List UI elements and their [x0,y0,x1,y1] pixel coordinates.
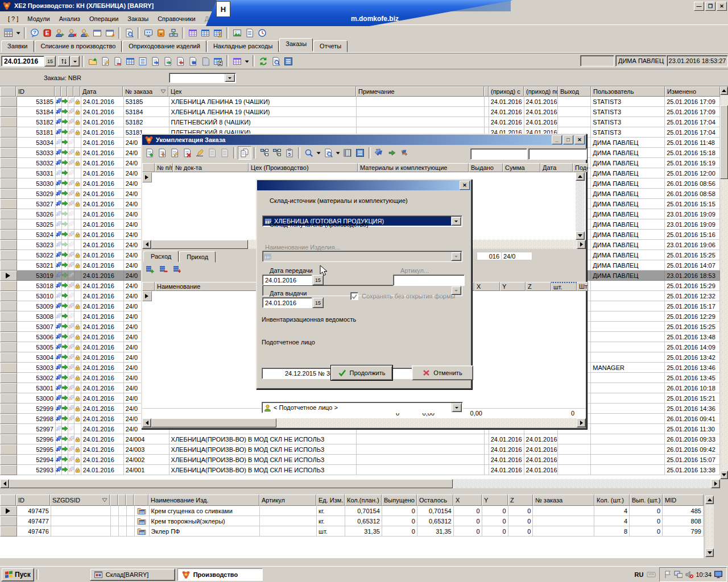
article-input[interactable] [393,275,465,286]
doc-gray2-icon[interactable] [218,147,231,159]
dialog-grid1-col-header[interactable]: Материалы и комплектующие [358,163,469,172]
server-ql-icon[interactable] [44,568,57,581]
search-dd-icon[interactable] [303,147,315,159]
calendar-button[interactable]: 15 [312,297,324,308]
clock-icon[interactable] [256,27,268,39]
tab-Заявки[interactable]: Заявки [1,40,34,52]
chevron-down-icon[interactable] [452,403,462,412]
tab-prihod[interactable]: Приход [179,251,216,263]
folder-plus-icon[interactable] [86,55,99,68]
doc-arrow-green-icon[interactable] [162,55,174,68]
products-col-header[interactable]: MID [663,494,704,506]
searchdoc-dd-icon[interactable] [322,147,334,159]
window-a-icon[interactable]: A [104,27,116,39]
doc-arrow-blue-icon[interactable] [149,55,162,68]
dest-warehouse-combo[interactable] [262,251,462,262]
product-row-497476[interactable]: 497476Эклер ПФшт.31,35031,3500080799 [0,526,704,537]
products-col-header[interactable]: SZGDSID [50,494,110,506]
orders-col-header[interactable]: (приход) с [489,86,524,97]
orders-col-header[interactable]: № заказа [123,86,168,97]
dialog-search-input-2[interactable] [528,148,587,160]
order-row-53182[interactable]: 5318224.01.201653182ПЛЕТНЕВСКИЙ 8 (ЧАШКИ… [0,117,720,127]
tab-Отчеты[interactable]: Отчеты [313,40,348,52]
products-col-header[interactable]: Осталось [417,494,453,506]
orders-col-header[interactable]: Пользователь [591,86,665,97]
rows-exp-icon[interactable] [172,264,182,275]
order-row-52993[interactable]: 5299324.01.201624/001ХЛЕБНИЦА(ПРОИЗВ-ВО)… [0,465,720,475]
products-col-header[interactable]: Кол.(план.) [345,494,382,506]
dialog-grid2-col-header[interactable] [142,282,155,291]
table-hourglass-icon[interactable] [212,27,224,39]
orders-hscrollbar[interactable] [0,479,720,488]
dialog-grid2-col-header[interactable]: Шт [577,282,588,291]
outer-close-button[interactable]: ✕ [717,2,727,11]
dialog-grid2-hscrollbar[interactable] [142,418,586,427]
chevron-down-icon[interactable] [451,217,461,226]
arrow-return-icon[interactable] [398,147,411,159]
arrow2-blue-icon[interactable] [373,147,386,159]
menu-item-Справочники[interactable]: Справочники [153,14,200,24]
doc-add-icon[interactable] [143,147,156,159]
dialog-close-button[interactable]: ✕ [574,135,585,144]
orders-col-header[interactable]: Изменено [665,86,720,97]
network-icon[interactable] [674,570,682,579]
search-doc-icon[interactable] [270,55,282,68]
dialog-grid2-col-header[interactable]: шт. [551,282,577,291]
products-col-header[interactable]: Выпущено [382,494,417,506]
doc-arrow-red-icon[interactable] [174,55,187,68]
sort-updown-button[interactable] [57,56,70,66]
products-col-header[interactable]: Наименование Изд. [148,494,259,506]
user-delete-icon[interactable] [66,27,78,39]
table-z-icon[interactable] [212,55,224,68]
dropdown-icon[interactable] [334,147,341,159]
orders-col-header[interactable] [55,86,61,97]
dialog-maximize-button[interactable]: □ [563,135,573,144]
doc-lines-icon[interactable] [243,27,256,39]
network-icon[interactable] [167,27,180,39]
checkbox-icon[interactable] [350,292,358,300]
z-ql-icon[interactable] [59,568,72,581]
products-col-header[interactable] [118,494,126,506]
rows-del-icon[interactable] [158,264,168,275]
order-row-52994[interactable]: 5299424.01.201624/002ХЛЕБНИЦА(ПРОИЗВ-ВО)… [0,455,720,465]
task-button-Склад[BARRY][interactable]: Склад[BARRY] [90,568,175,581]
menu-item-Модули[interactable]: Модули [23,14,54,24]
accountable-person-combo[interactable]: < Подотчетное лицо > [262,402,463,413]
table-dd-icon[interactable] [231,55,243,68]
dropdown-icon[interactable] [15,27,22,39]
products-col-header[interactable] [110,494,118,506]
doc-edit2-icon[interactable] [168,147,181,159]
dialog-grid1-col-header[interactable]: Сумма [503,163,540,172]
transfer-date-field[interactable]: 24.01.2016 15 [262,275,324,285]
dialog-grid1-col-header[interactable]: № док-та [173,163,249,172]
product-row-497477[interactable]: 497477Крем творожный(эклеры)кг.0,6531200… [0,516,704,526]
app-grid-icon[interactable] [2,27,15,39]
orders-col-header[interactable]: (приход) по [524,86,558,97]
safe-icon[interactable] [155,27,167,39]
products-col-header[interactable]: № заказа [533,494,594,506]
order-row-52996[interactable]: 5299624.01.201624/004ХЛЕБНИЦА(ПРОИЗВ-ВО)… [0,434,720,444]
tab-rashod[interactable]: Расход [143,251,179,262]
splitter[interactable] [0,488,728,494]
chevron-down-icon[interactable] [225,74,235,82]
list-blue-icon[interactable] [136,55,149,68]
dialog-titlebar[interactable]: Укомплектация Заказа _ □ ✕ [142,135,586,145]
dialog-grid2-col-header[interactable]: X [474,282,500,291]
order-row-52995[interactable]: 5299524.01.201624/003ХЛЕБНИЦА(ПРОИЗВ-ВО)… [0,444,720,455]
table-view-icon[interactable] [282,55,295,68]
products-col-header[interactable] [126,494,134,506]
dialog-grid2-col-header[interactable]: Y [500,282,526,291]
dropdown-icon[interactable] [243,55,250,68]
orders-col-header[interactable] [61,86,67,97]
menu-item-Заказы[interactable]: Заказы [123,14,153,24]
mute-icon[interactable] [685,570,693,579]
copy-pressed-icon[interactable] [238,146,251,160]
products-col-header[interactable]: Вып. (шт.) [630,494,663,506]
doc-minus-icon[interactable] [111,55,124,68]
date-input[interactable]: 24.01.2016 [1,56,44,66]
dialog-grid1-col-header[interactable]: Цех (Производство) [249,163,358,172]
language-indicator[interactable]: RU [635,571,644,578]
date-dropdown-button[interactable] [70,56,80,66]
products-col-header[interactable]: Y [482,494,508,506]
window-icon[interactable] [91,27,104,39]
